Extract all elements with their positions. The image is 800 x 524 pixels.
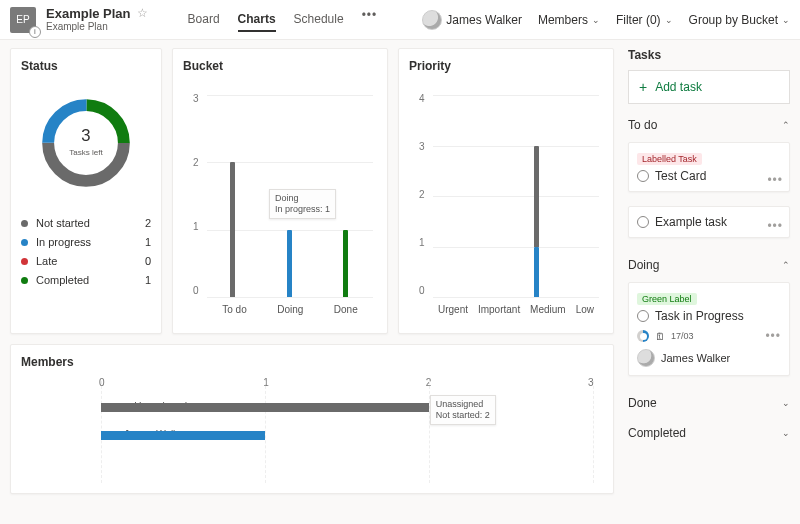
section-todo-header[interactable]: To do ⌃ <box>628 118 790 132</box>
x-label: To do <box>222 304 246 315</box>
nav-schedule[interactable]: Schedule <box>294 8 344 32</box>
tooltip-line: Unassigned <box>436 399 490 410</box>
legend-label: Late <box>36 255 57 267</box>
priority-x-labels: Urgent Important Medium Low <box>433 304 599 315</box>
bar-todo[interactable] <box>230 162 235 297</box>
plan-icon: EP i <box>10 7 36 33</box>
legend-row: Not started2 <box>21 217 151 229</box>
section-done-header[interactable]: Done ⌄ <box>628 396 790 410</box>
bucket-chart-card: Bucket 3 2 1 0 Doing In progress: 1 <box>172 48 388 334</box>
plan-subtitle: Example Plan <box>46 21 148 32</box>
nav-board[interactable]: Board <box>188 8 220 32</box>
priority-plot-area <box>433 95 599 297</box>
members-dropdown[interactable]: Members ⌄ <box>538 13 600 27</box>
chevron-down-icon: ⌄ <box>782 428 790 438</box>
members-chart-card: Members 0 1 2 3 Unassigned James Walker … <box>10 344 614 494</box>
status-title: Status <box>21 59 151 73</box>
section-label: Done <box>628 396 657 410</box>
hbar-james[interactable] <box>101 431 265 440</box>
user-avatar-icon <box>422 10 442 30</box>
tooltip-line: Not started: 2 <box>436 410 490 421</box>
legend-row: Late0 <box>21 255 151 267</box>
task-more-icon[interactable]: ••• <box>767 173 783 187</box>
y-tick: 1 <box>419 237 425 248</box>
y-tick: 3 <box>193 93 199 104</box>
y-tick: 1 <box>193 221 199 232</box>
chevron-down-icon: ⌄ <box>782 15 790 25</box>
chart-tooltip: Doing In progress: 1 <box>269 189 336 219</box>
bar-medium-inprogress[interactable] <box>534 247 539 298</box>
y-tick: 0 <box>419 285 425 296</box>
nav-more-icon[interactable]: ••• <box>362 8 378 32</box>
filter-dropdown[interactable]: Filter (0) ⌄ <box>616 13 673 27</box>
plan-icon-text: EP <box>16 14 29 25</box>
legend-dot-icon <box>21 239 28 246</box>
y-tick: 2 <box>193 157 199 168</box>
assignee-avatar-icon <box>637 349 655 367</box>
top-right-controls: James Walker Members ⌄ Filter (0) ⌄ Grou… <box>422 10 790 30</box>
complete-toggle-icon[interactable] <box>637 170 649 182</box>
priority-title: Priority <box>409 59 603 73</box>
bar-medium-notstarted[interactable] <box>534 146 539 247</box>
hbar-unassigned[interactable] <box>101 403 429 412</box>
task-card[interactable]: Example task ••• <box>628 206 790 238</box>
section-doing-header[interactable]: Doing ⌃ <box>628 258 790 272</box>
x-label: Important <box>478 304 520 315</box>
plan-title: Example Plan <box>46 7 131 21</box>
legend-dot-icon <box>21 277 28 284</box>
bucket-x-labels: To do Doing Done <box>207 304 373 315</box>
section-completed-header[interactable]: Completed ⌄ <box>628 426 790 440</box>
nav-charts[interactable]: Charts <box>238 8 276 32</box>
current-user[interactable]: James Walker <box>422 10 522 30</box>
task-card[interactable]: Green Label Task in Progress 🗓 17/03 •••… <box>628 282 790 376</box>
y-tick: 4 <box>419 93 425 104</box>
members-title: Members <box>21 355 603 369</box>
plus-icon: + <box>639 79 647 95</box>
legend-dot-icon <box>21 220 28 227</box>
task-more-icon[interactable]: ••• <box>767 219 783 233</box>
calendar-icon: 🗓 <box>655 331 665 342</box>
add-task-button[interactable]: + Add task <box>628 70 790 104</box>
x-label: Medium <box>530 304 566 315</box>
donut-center-value: 3 <box>81 126 90 145</box>
view-nav: Board Charts Schedule ••• <box>188 8 378 32</box>
plan-title-block: Example Plan ☆ Example Plan <box>46 7 148 32</box>
bar-done[interactable] <box>343 230 348 297</box>
priority-chart-card: Priority 4 3 2 1 0 Urgent Important <box>398 48 614 334</box>
legend-label: Completed <box>36 274 89 286</box>
chevron-up-icon: ⌃ <box>782 260 790 270</box>
donut-center-label: Tasks left <box>69 148 103 157</box>
x-label: Low <box>576 304 594 315</box>
section-label: Completed <box>628 426 686 440</box>
task-date: 17/03 <box>671 331 694 341</box>
task-card[interactable]: Labelled Task Test Card ••• <box>628 142 790 192</box>
task-assignee[interactable]: James Walker <box>637 349 781 367</box>
legend-label: Not started <box>36 217 90 229</box>
task-title: Example task <box>655 215 727 229</box>
groupby-dropdown[interactable]: Group by Bucket ⌄ <box>689 13 790 27</box>
task-title: Test Card <box>655 169 706 183</box>
legend-dot-icon <box>21 258 28 265</box>
chevron-up-icon: ⌃ <box>782 120 790 130</box>
y-tick: 3 <box>419 141 425 152</box>
legend-row: Completed1 <box>21 274 151 286</box>
assignee-name: James Walker <box>661 352 730 364</box>
tasks-panel: Tasks + Add task To do ⌃ Labelled Task T… <box>624 40 800 524</box>
status-chart-card: Status 3 Tasks left Not started2 In prog… <box>10 48 162 334</box>
user-name: James Walker <box>446 13 522 27</box>
tooltip-line: In progress: 1 <box>275 204 330 215</box>
legend-label: In progress <box>36 236 91 248</box>
favorite-star-icon[interactable]: ☆ <box>137 7 148 20</box>
status-legend: Not started2 In progress1 Late0 Complete… <box>21 217 151 286</box>
task-title: Task in Progress <box>655 309 744 323</box>
members-label: Members <box>538 13 588 27</box>
status-donut-chart: 3 Tasks left <box>36 93 136 193</box>
x-label: Doing <box>277 304 303 315</box>
charts-area: Status 3 Tasks left Not started2 In prog… <box>0 40 624 524</box>
y-tick: 2 <box>419 189 425 200</box>
bar-doing[interactable] <box>287 230 292 297</box>
complete-toggle-icon[interactable] <box>637 216 649 228</box>
info-icon[interactable]: i <box>29 26 41 38</box>
complete-toggle-icon[interactable] <box>637 310 649 322</box>
task-more-icon[interactable]: ••• <box>765 329 781 343</box>
